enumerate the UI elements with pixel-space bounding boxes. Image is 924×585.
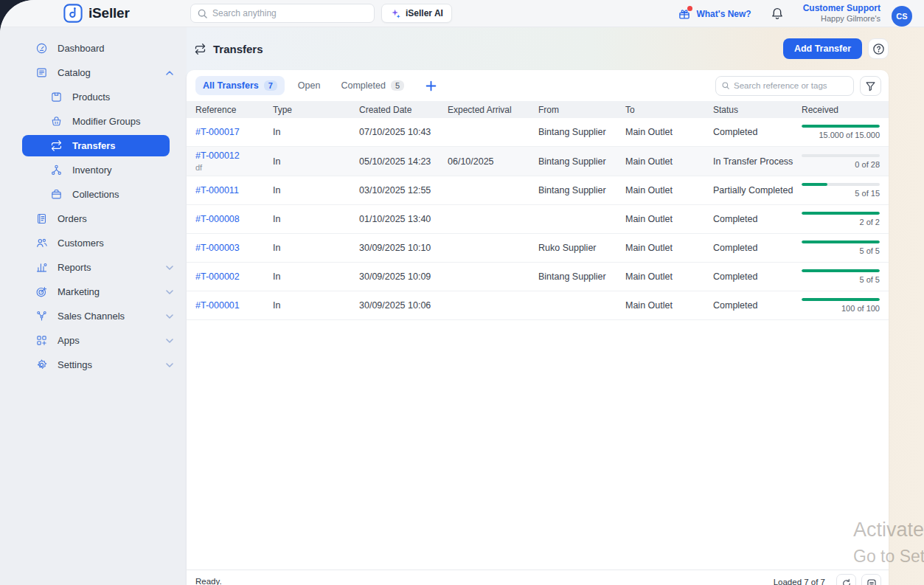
sidebar-item-label: Apps [58, 335, 80, 346]
avatar[interactable]: CS [892, 6, 912, 27]
sidebar-item-apps[interactable]: Apps [0, 328, 187, 353]
page-header: Transfers Add Transfer [187, 27, 924, 70]
iseller-ai-button[interactable]: iSeller AI [381, 4, 452, 23]
transfer-to: Main Outlet [625, 300, 713, 311]
table-row[interactable]: #T-000011 In 03/10/2025 12:55 Bintang Su… [187, 176, 889, 205]
sidebar-item-transfers[interactable]: Transfers [22, 135, 170, 156]
column-header-expected-arrival[interactable]: Expected Arrival [448, 105, 538, 115]
transfer-created-date: 01/10/2025 13:40 [359, 214, 448, 224]
sidebar-item-collections[interactable]: Collections [0, 182, 187, 207]
refresh-button[interactable] [836, 574, 856, 585]
app-logo[interactable]: iSeller [63, 4, 130, 23]
transfer-reference-link[interactable]: #T-000008 [195, 214, 273, 224]
transfer-reference-link[interactable]: #T-000012 [195, 150, 273, 161]
tab-label: Completed [341, 80, 385, 91]
reference-search[interactable] [715, 76, 854, 96]
sidebar-item-orders[interactable]: Orders [0, 207, 187, 231]
sparkle-icon [390, 8, 401, 19]
sidebar-item-products[interactable]: Products [0, 85, 187, 109]
global-search-input[interactable] [212, 8, 367, 18]
transfer-created-date: 03/10/2025 12:55 [359, 185, 448, 195]
filter-button[interactable] [860, 76, 881, 96]
sidebar-item-modifier-groups[interactable]: Modifier Groups [0, 109, 187, 134]
tab-completed[interactable]: Completed 5 [333, 76, 411, 95]
bell-icon[interactable] [771, 7, 784, 21]
transfer-type: In [273, 185, 359, 195]
sidebar-item-reports[interactable]: Reports [0, 255, 187, 280]
status-bar: Ready. Loaded 7 of 7 [187, 570, 889, 585]
add-tab-button[interactable] [422, 77, 440, 94]
table-row[interactable]: #T-000012 df In 05/10/2025 14:23 06/10/2… [187, 147, 889, 176]
transfer-reference-link[interactable]: #T-000002 [195, 271, 273, 282]
sidebar-item-marketing[interactable]: Marketing [0, 280, 187, 304]
tabs-toolbar: All Transfers 7 Open Completed 5 [187, 70, 889, 101]
table-row[interactable]: #T-000001 In 30/09/2025 10:06 Main Outle… [187, 291, 889, 320]
column-header-reference[interactable]: Reference [195, 105, 273, 115]
app-window: iSeller iSeller AI [0, 0, 924, 585]
help-icon [872, 43, 885, 55]
transfer-type: In [273, 271, 359, 282]
transfer-status: Completed [713, 243, 802, 253]
progress-bar [802, 269, 880, 272]
customer-support-button[interactable]: Customer Support Happy Gilmore's [803, 3, 880, 24]
main-content: Transfers Add Transfer All Transfers 7 O… [187, 27, 924, 585]
chevron-down-icon [166, 339, 173, 343]
basket-icon [50, 115, 63, 128]
chevron-up-icon [166, 71, 173, 75]
transfer-expected-arrival: 06/10/2025 [448, 156, 538, 167]
column-header-created-date[interactable]: Created Date [359, 105, 448, 115]
transfer-to: Main Outlet [625, 243, 713, 253]
transfer-reference-link[interactable]: #T-000011 [195, 185, 273, 195]
progress-bar [802, 212, 880, 215]
transfer-type: In [273, 127, 359, 137]
column-header-received[interactable]: Received [802, 105, 881, 115]
transfer-received: 100 of 100 [802, 298, 881, 313]
transfer-reference-link[interactable]: #T-000001 [195, 300, 273, 311]
table-row[interactable]: #T-000002 In 30/09/2025 10:09 Bintang Su… [187, 263, 889, 291]
transfer-from: Bintang Supplier [538, 156, 625, 167]
sidebar-item-dashboard[interactable]: Dashboard [0, 36, 187, 60]
column-header-from[interactable]: From [538, 105, 625, 115]
progress-bar-fill [802, 298, 880, 301]
column-header-type[interactable]: Type [273, 105, 359, 115]
loaded-count: Loaded 7 of 7 [774, 578, 825, 585]
customer-support-label: Customer Support [803, 3, 880, 14]
column-header-status[interactable]: Status [713, 105, 802, 115]
sidebar-item-settings[interactable]: Settings [0, 353, 187, 377]
reference-search-input[interactable] [734, 81, 847, 90]
sidebar-item-label: Dashboard [58, 43, 105, 54]
transfer-reference-link[interactable]: #T-000017 [195, 127, 273, 137]
book-icon [35, 66, 48, 79]
sidebar-item-label: Marketing [58, 286, 100, 297]
transfer-received: 5 of 5 [802, 269, 881, 284]
sidebar-item-catalog[interactable]: Catalog [0, 60, 187, 85]
global-search[interactable] [190, 4, 375, 23]
transfer-reference-link[interactable]: #T-000003 [195, 243, 273, 253]
sidebar-item-sales-channels[interactable]: Sales Channels [0, 304, 187, 328]
search-icon [722, 81, 729, 90]
sidebar-item-label: Customers [58, 238, 104, 249]
package-icon [50, 91, 63, 103]
tab-all-transfers[interactable]: All Transfers 7 [195, 76, 285, 95]
table-row[interactable]: #T-000017 In 07/10/2025 10:43 Bintang Su… [187, 118, 889, 147]
transfer-from: Ruko Supplier [538, 243, 625, 253]
tab-open[interactable]: Open [291, 76, 328, 95]
sidebar-item-customers[interactable]: Customers [0, 231, 187, 255]
received-label: 2 of 2 [802, 218, 880, 226]
table-row[interactable]: #T-000003 In 30/09/2025 10:10 Ruko Suppl… [187, 234, 889, 263]
whats-new-button[interactable]: What's New? [678, 7, 751, 21]
add-transfer-button[interactable]: Add Transfer [783, 38, 862, 59]
log-button[interactable] [861, 574, 881, 585]
help-button[interactable] [868, 38, 889, 59]
sidebar-item-label: Catalog [58, 67, 91, 78]
orders-icon [35, 212, 48, 225]
transfer-created-date: 30/09/2025 10:10 [359, 243, 448, 253]
store-name: Happy Gilmore's [803, 14, 880, 24]
table-row[interactable]: #T-000008 In 01/10/2025 13:40 Main Outle… [187, 205, 889, 234]
sidebar-item-inventory[interactable]: Inventory [0, 158, 187, 182]
transfer-status: Completed [713, 271, 802, 282]
apps-icon [35, 334, 48, 347]
sidebar-item-label: Reports [58, 262, 91, 273]
received-label: 5 of 5 [802, 275, 880, 284]
column-header-to[interactable]: To [625, 105, 713, 115]
